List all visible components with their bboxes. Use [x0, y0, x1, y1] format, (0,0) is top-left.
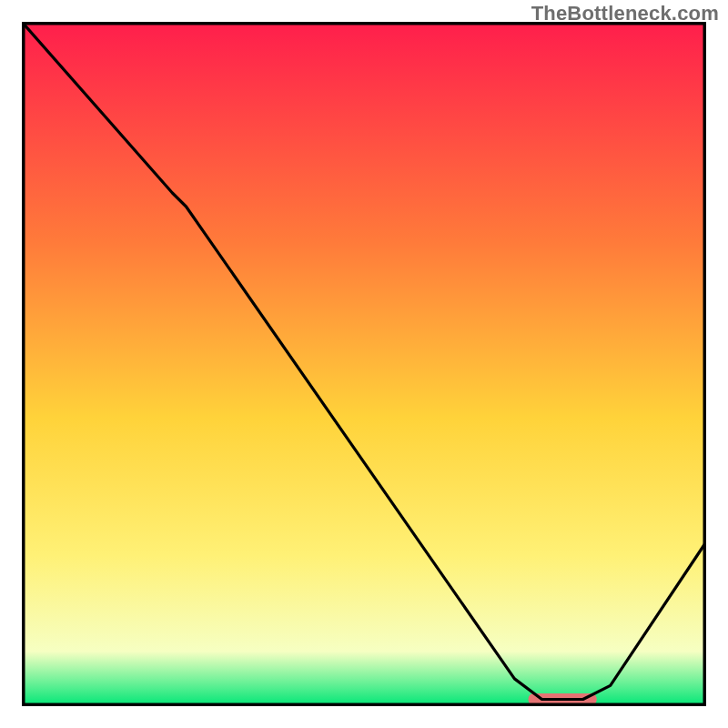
gradient-background — [22, 22, 706, 706]
chart-svg — [22, 22, 706, 706]
watermark-text: TheBottleneck.com — [531, 2, 719, 25]
chart-frame: TheBottleneck.com — [0, 0, 728, 728]
